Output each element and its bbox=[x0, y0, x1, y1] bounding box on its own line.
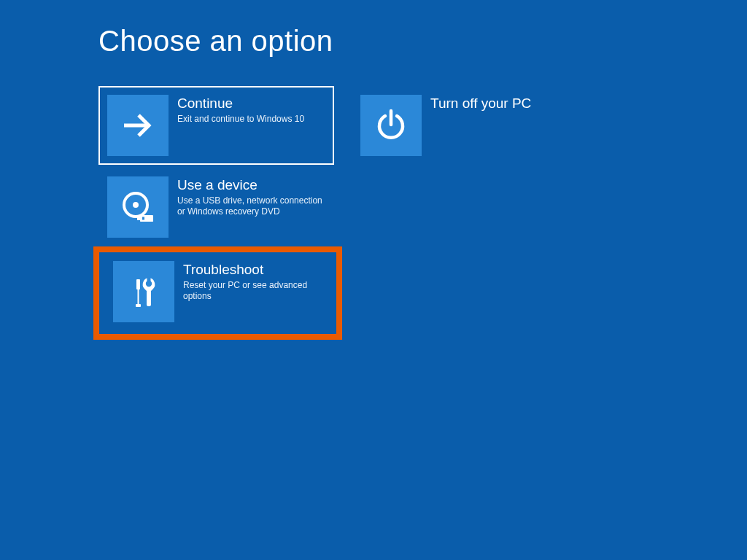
arrow-right-icon bbox=[107, 95, 169, 156]
option-troubleshoot[interactable]: Troubleshoot Reset your PC or see advanc… bbox=[93, 246, 342, 340]
recovery-environment-page: Choose an option Continue Exit and conti… bbox=[0, 0, 747, 560]
option-text: Turn off your PC bbox=[422, 95, 578, 114]
option-title: Troubleshoot bbox=[183, 261, 328, 279]
option-text: Use a device Use a USB drive, network co… bbox=[169, 176, 325, 217]
disc-usb-icon bbox=[107, 176, 169, 238]
svg-rect-8 bbox=[136, 279, 140, 289]
svg-rect-6 bbox=[137, 217, 141, 220]
svg-rect-7 bbox=[142, 217, 144, 220]
svg-rect-5 bbox=[140, 215, 153, 222]
option-continue[interactable]: Continue Exit and continue to Windows 10 bbox=[98, 86, 334, 165]
option-turn-off[interactable]: Turn off your PC bbox=[352, 86, 587, 165]
svg-rect-9 bbox=[138, 289, 139, 304]
option-title: Continue bbox=[177, 95, 325, 112]
option-use-device[interactable]: Use a device Use a USB drive, network co… bbox=[98, 168, 334, 246]
option-text: Continue Exit and continue to Windows 10 bbox=[169, 95, 325, 125]
option-desc: Use a USB drive, network connection or W… bbox=[177, 195, 325, 217]
power-icon bbox=[360, 95, 422, 156]
option-text: Troubleshoot Reset your PC or see advanc… bbox=[174, 261, 328, 302]
tools-icon bbox=[113, 261, 174, 322]
svg-rect-10 bbox=[136, 304, 141, 307]
svg-point-3 bbox=[133, 202, 139, 208]
option-desc: Exit and continue to Windows 10 bbox=[177, 114, 325, 125]
option-title: Turn off your PC bbox=[430, 95, 578, 112]
page-title: Choose an option bbox=[98, 25, 333, 58]
option-title: Use a device bbox=[177, 176, 325, 194]
option-desc: Reset your PC or see advanced options bbox=[183, 280, 328, 302]
svg-rect-12 bbox=[147, 277, 151, 284]
